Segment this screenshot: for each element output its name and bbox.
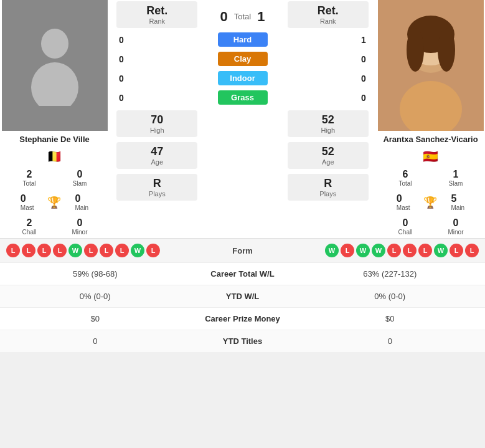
left-stat-chall: 2 Chall [5, 215, 54, 238]
right-player-photo [378, 0, 484, 131]
right-form-5: L [387, 244, 401, 257]
left-player-name: Stephanie De Ville [19, 135, 89, 144]
career-wl-right: 63% (227-132) [305, 269, 476, 279]
right-player-flag: 🇪🇸 [423, 149, 438, 164]
ytd-wl-left: 0% (0-0) [10, 292, 181, 301]
bottom-stats: 59% (98-68) Career Total W/L 63% (227-13… [0, 262, 485, 352]
right-form-7: L [418, 244, 432, 257]
form-label: Form [232, 246, 253, 255]
right-rank-box: Ret. Rank [288, 1, 369, 28]
left-player-stats-2: 2 Chall 0 Minor [5, 215, 105, 238]
svg-point-1 [31, 62, 78, 106]
surface-badge-grass: Grass [218, 90, 268, 105]
left-trophy-row: 0 Mast 🏆 0 Main [19, 191, 90, 214]
right-player-stats: 6 Total 1 Slam [381, 166, 481, 189]
right-form-6: L [403, 244, 417, 257]
right-form-badges: W L W W L L L W L L [325, 244, 479, 257]
left-form-10: L [146, 244, 160, 257]
right-player-stats-2: 0 Chall 0 Minor [381, 215, 481, 238]
stats-row-career-wl: 59% (98-68) Career Total W/L 63% (227-13… [0, 262, 485, 285]
ytd-titles-right: 0 [305, 336, 476, 346]
left-age-box: 47 Age [116, 142, 197, 169]
surface-badge-clay: Clay [218, 52, 268, 66]
stats-row-prize: $0 Career Prize Money $0 [0, 307, 485, 330]
left-stat-slam: 0 Slam [55, 166, 105, 189]
right-player-col: Arantxa Sanchez-Vicario 🇪🇸 6 Total 1 Sla… [376, 0, 485, 238]
career-wl-label: Career Total W/L [181, 269, 305, 279]
total-score-right: 1 [257, 9, 265, 25]
left-stat-total: 2 Total [5, 166, 54, 189]
left-form-5: W [68, 244, 82, 257]
surface-rows: 0 Hard 1 0 Clay 0 0 Indoor 0 0 Grass [111, 31, 374, 107]
svg-point-6 [407, 28, 424, 72]
stats-row-ytd-titles: 0 YTD Titles 0 [0, 330, 485, 352]
left-form-7: L [100, 244, 113, 257]
left-stat-main: 0 Main [73, 191, 90, 214]
right-form-10: L [465, 244, 479, 257]
stats-row-ytd-wl: 0% (0-0) YTD W/L 0% (0-0) [0, 285, 485, 307]
right-plays-box: R Plays [288, 174, 369, 201]
left-form-1: L [6, 244, 20, 257]
right-high-box: 52 High [288, 110, 369, 137]
left-form-4: L [53, 244, 67, 257]
prize-left: $0 [10, 314, 181, 323]
left-form-2: L [22, 244, 35, 257]
surface-badge-hard: Hard [218, 32, 268, 47]
left-high-box: 70 High [116, 110, 197, 137]
left-form-9: W [131, 244, 144, 257]
svg-point-0 [41, 29, 68, 59]
left-stat-minor: 0 Minor [55, 215, 105, 238]
career-wl-left: 59% (98-68) [10, 269, 181, 279]
right-form-8: W [434, 244, 448, 257]
center-col: Ret. Rank 0 Total 1 Ret. Rank [109, 0, 376, 238]
left-player-col: Stephanie De Ville 🇧🇪 2 Total 0 Slam 0 M… [0, 0, 109, 238]
right-stat-main: 5 Main [450, 191, 466, 214]
surface-row-hard: 0 Hard 1 [111, 31, 374, 49]
ytd-titles-label: YTD Titles [181, 336, 305, 346]
left-player-stats: 2 Total 0 Slam [5, 166, 105, 189]
ytd-titles-left: 0 [10, 336, 181, 346]
left-trophy-icon: 🏆 [47, 196, 61, 209]
right-stat-mast: 0 Mast [395, 191, 412, 214]
left-player-flag: 🇧🇪 [47, 149, 62, 164]
right-form-1: W [325, 244, 339, 257]
surface-row-clay: 0 Clay 0 [111, 50, 374, 68]
left-stat-mast: 0 Mast [19, 191, 35, 214]
right-form-4: W [372, 244, 385, 257]
left-form-6: L [84, 244, 98, 257]
prize-label: Career Prize Money [181, 314, 305, 323]
right-player-name: Arantxa Sanchez-Vicario [383, 135, 478, 144]
left-player-photo [2, 0, 108, 131]
left-form-3: L [37, 244, 51, 257]
prize-right: $0 [305, 314, 476, 323]
left-form-8: L [115, 244, 129, 257]
total-label: Total [234, 12, 251, 21]
right-stat-total: 6 Total [381, 166, 430, 189]
ytd-wl-label: YTD W/L [181, 292, 305, 301]
surface-row-grass: 0 Grass 0 [111, 88, 374, 107]
right-trophy-icon: 🏆 [423, 196, 437, 209]
right-stat-minor: 0 Minor [431, 215, 481, 238]
svg-point-7 [438, 28, 455, 72]
top-section: Stephanie De Ville 🇧🇪 2 Total 0 Slam 0 M… [0, 0, 485, 238]
right-form-2: L [341, 244, 354, 257]
right-form-3: W [356, 244, 370, 257]
right-stat-chall: 0 Chall [381, 215, 430, 238]
form-section: L L L L W L L L W L Form W L W W L L L W… [0, 238, 485, 262]
right-form-9: L [450, 244, 463, 257]
right-trophy-row: 0 Mast 🏆 5 Main [395, 191, 466, 214]
surface-row-indoor: 0 Indoor 0 [111, 69, 374, 87]
right-stat-slam: 1 Slam [431, 166, 481, 189]
left-form-badges: L L L L W L L L W L [6, 244, 160, 257]
main-container: Stephanie De Ville 🇧🇪 2 Total 0 Slam 0 M… [0, 0, 485, 352]
surface-badge-indoor: Indoor [218, 71, 268, 85]
ytd-wl-right: 0% (0-0) [305, 292, 476, 301]
total-score-left: 0 [220, 9, 228, 25]
left-rank-box: Ret. Rank [116, 1, 197, 28]
left-plays-box: R Plays [116, 174, 197, 201]
right-age-box: 52 Age [288, 142, 369, 169]
